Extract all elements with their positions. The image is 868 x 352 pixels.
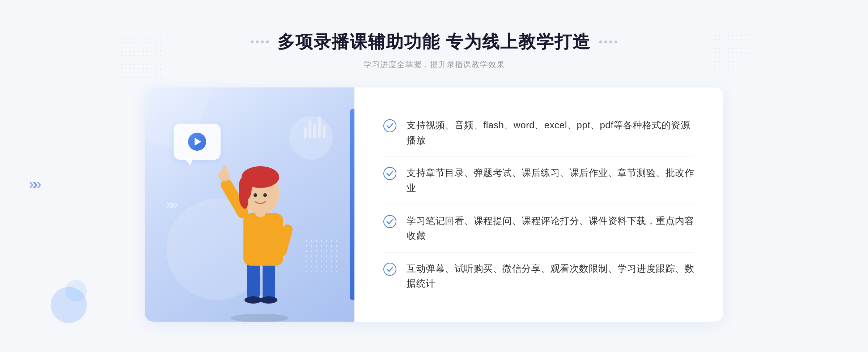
features-panel: 支持视频、音频、flash、word、excel、ppt、pdf等各种格式的资源… xyxy=(354,87,723,322)
page-subtitle: 学习进度全掌握，提升录播课教学效果 xyxy=(251,59,617,70)
dot-6 xyxy=(604,40,607,43)
character-illustration xyxy=(209,141,310,322)
bar-5 xyxy=(323,125,326,138)
bar-2 xyxy=(309,120,311,138)
dot-pattern-top-right xyxy=(709,29,752,72)
svg-point-18 xyxy=(384,167,396,180)
feature-text-4: 互动弹幕、试听购买、微信分享、观看次数限制、学习进度跟踪、数据统计 xyxy=(407,261,694,291)
page-wrapper: »» 多项录播课辅助功能 专为线上教学打造 学习进度全掌握，提升录播课教学效果 xyxy=(0,0,868,352)
svg-point-19 xyxy=(384,215,396,228)
svg-rect-2 xyxy=(263,260,275,300)
svg-point-4 xyxy=(260,296,277,304)
feature-item-3: 学习笔记回看、课程提问、课程评论打分、课件资料下载，重点内容收藏 xyxy=(383,205,694,252)
title-row: 多项录播课辅助功能 专为线上教学打造 xyxy=(251,30,617,53)
main-content-card: »» 支持视频、音频、flash、word、excel、ppt、pdf等各种格式… xyxy=(145,87,723,322)
deco-bars xyxy=(304,116,326,138)
dot-3 xyxy=(261,40,264,43)
check-icon-1 xyxy=(383,119,396,132)
page-header: 多项录播课辅助功能 专为线上教学打造 学习进度全掌握，提升录播课教学效果 xyxy=(251,30,617,70)
bar-1 xyxy=(304,127,307,138)
dot-2 xyxy=(256,40,259,43)
accent-bar xyxy=(350,109,354,300)
check-icon-2 xyxy=(383,167,396,180)
chevrons-decoration: »» xyxy=(166,197,175,212)
svg-point-13 xyxy=(254,193,257,197)
dot-1 xyxy=(251,40,254,43)
svg-point-14 xyxy=(263,193,267,197)
check-icon-4 xyxy=(383,263,396,276)
header-dots-left xyxy=(251,40,269,43)
feature-text-1: 支持视频、音频、flash、word、excel、ppt、pdf等各种格式的资源… xyxy=(407,118,694,148)
chevron-far-left-decoration: »» xyxy=(29,176,38,192)
dot-4 xyxy=(266,40,269,43)
feature-item-4: 互动弹幕、试听购买、微信分享、观看次数限制、学习进度跟踪、数据统计 xyxy=(383,252,694,300)
check-icon-3 xyxy=(383,215,396,228)
svg-rect-16 xyxy=(222,166,227,177)
page-title: 多项录播课辅助功能 专为线上教学打造 xyxy=(277,30,590,53)
svg-point-17 xyxy=(384,120,396,132)
play-icon xyxy=(188,133,206,151)
bar-3 xyxy=(313,124,316,138)
svg-point-20 xyxy=(384,263,396,275)
deco-circle-bottom-small xyxy=(65,280,87,301)
svg-rect-5 xyxy=(243,213,283,266)
svg-rect-1 xyxy=(247,260,260,300)
feature-item-2: 支持章节目录、弹题考试、课后练习、课后作业、章节测验、批改作业 xyxy=(383,156,694,204)
feature-item-1: 支持视频、音频、flash、word、excel、ppt、pdf等各种格式的资源… xyxy=(383,109,694,156)
feature-text-2: 支持章节目录、弹题考试、课后练习、课后作业、章节测验、批改作业 xyxy=(407,166,694,196)
illustration-panel: »» xyxy=(145,87,354,322)
dot-5 xyxy=(599,40,602,43)
dot-8 xyxy=(614,40,617,43)
header-dots-right xyxy=(599,40,617,43)
dot-pattern-top-left xyxy=(119,36,163,80)
svg-point-0 xyxy=(231,314,289,322)
bar-4 xyxy=(318,116,321,138)
dot-7 xyxy=(609,40,612,43)
feature-text-3: 学习笔记回看、课程提问、课程评论打分、课件资料下载，重点内容收藏 xyxy=(407,214,694,244)
svg-point-3 xyxy=(244,296,262,304)
